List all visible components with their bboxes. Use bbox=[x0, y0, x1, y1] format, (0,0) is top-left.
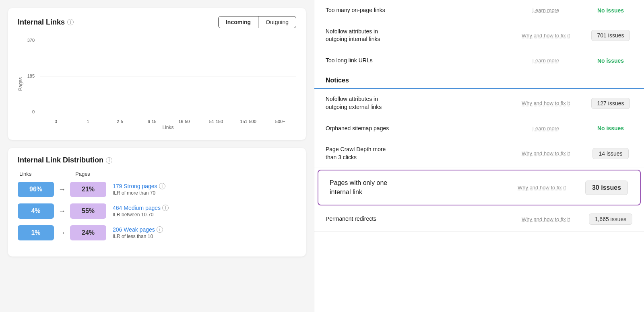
notices-title: Notices bbox=[326, 77, 349, 84]
count-badge-nofollow-internal: 701 issues bbox=[591, 30, 630, 41]
arrow-icon-1: → bbox=[54, 185, 70, 194]
no-issues-badge-3: No issues bbox=[597, 125, 624, 131]
dist-col-pages-header: Pages bbox=[75, 171, 116, 177]
issue-nofollow-external: Nofollow attributes inoutgoing external … bbox=[314, 89, 644, 118]
issue-badge-orphaned-sitemap: No issues bbox=[588, 125, 633, 131]
y-tick-0: 0 bbox=[32, 109, 35, 114]
issue-link-orphaned-sitemap[interactable]: Learn more bbox=[510, 125, 582, 131]
issue-badge-nofollow-internal: 701 issues bbox=[588, 30, 633, 41]
weak-pages-link[interactable]: 206 Weak pages i bbox=[113, 226, 163, 233]
x-label-6-15: 6-15 bbox=[138, 119, 167, 124]
issue-name-long-urls: Too long link URLs bbox=[326, 57, 503, 65]
arrow-icon-2: → bbox=[54, 207, 70, 216]
weak-info-icon[interactable]: i bbox=[157, 226, 163, 233]
issue-permanent-redirects: Permanent redirects Why and how to fix i… bbox=[314, 207, 644, 232]
strong-pages-pct: 21% bbox=[70, 182, 106, 197]
incoming-toggle[interactable]: Incoming bbox=[219, 16, 258, 28]
issue-nofollow-internal: Nofollow attributes inoutgoing internal … bbox=[314, 21, 644, 50]
issue-link-permanent-redirects[interactable]: Why and how to fix it bbox=[510, 216, 582, 222]
dist-info-icon[interactable]: i bbox=[106, 157, 112, 164]
dist-col-links-header: Links bbox=[19, 171, 58, 177]
issue-one-internal-link: Pages with only oneinternal link Why and… bbox=[318, 170, 640, 205]
info-icon[interactable]: i bbox=[67, 19, 74, 25]
x-label-1: 1 bbox=[74, 119, 103, 124]
issue-badge-crawl-depth: 14 issues bbox=[588, 148, 633, 159]
no-issues-badge-2: No issues bbox=[597, 57, 624, 64]
highlighted-row-wrapper: Pages with only oneinternal link Why and… bbox=[318, 170, 641, 205]
issue-orphaned-sitemap: Orphaned sitemap pages Learn more No iss… bbox=[314, 118, 644, 140]
strong-links-pct: 96% bbox=[18, 182, 54, 197]
count-badge-one-internal-link: 30 issues bbox=[585, 181, 628, 195]
dist-row-strong: 96% → 21% 179 Strong pages i ILR of more… bbox=[18, 182, 296, 197]
internal-links-title: Internal Links bbox=[18, 18, 65, 27]
weak-links-pct: 1% bbox=[18, 225, 54, 240]
weak-pages-title: 206 Weak pages bbox=[113, 226, 155, 233]
issue-badge-permanent-redirects: 1,665 issues bbox=[588, 213, 633, 225]
x-label-51-150: 51-150 bbox=[202, 119, 231, 124]
issue-too-many-links: Too many on-page links Learn more No iss… bbox=[314, 0, 644, 21]
toggle-group: Incoming Outgoing bbox=[218, 16, 296, 28]
x-label-2-5: 2-5 bbox=[105, 119, 134, 124]
notices-header: Notices bbox=[314, 71, 644, 89]
distribution-card: Internal Link Distribution i Links Pages… bbox=[8, 148, 306, 257]
issue-name-too-many-links: Too many on-page links bbox=[326, 6, 503, 14]
dist-card-title: Internal Link Distribution i bbox=[18, 156, 112, 164]
issue-link-too-many-links[interactable]: Learn more bbox=[510, 7, 582, 13]
strong-info-icon[interactable]: i bbox=[159, 183, 165, 189]
medium-pages-sub: ILR between 10-70 bbox=[113, 212, 169, 218]
count-badge-nofollow-external: 127 issues bbox=[591, 98, 630, 109]
medium-links-pct: 4% bbox=[18, 203, 54, 219]
issue-name-permanent-redirects: Permanent redirects bbox=[326, 215, 503, 223]
issue-badge-too-many-links: No issues bbox=[588, 7, 633, 14]
x-label-0: 0 bbox=[41, 119, 70, 124]
dist-row-weak: 1% → 24% 206 Weak pages i ILR of less th… bbox=[18, 225, 296, 240]
issue-link-one-internal-link[interactable]: Why and how to fix it bbox=[506, 185, 578, 191]
x-label-500-plus: 500+ bbox=[266, 119, 295, 124]
y-tick-185: 185 bbox=[27, 74, 35, 78]
count-badge-permanent-redirects: 1,665 issues bbox=[589, 213, 633, 225]
issue-link-nofollow-external[interactable]: Why and how to fix it bbox=[510, 100, 582, 106]
strong-pages-sub: ILR of more than 70 bbox=[113, 190, 165, 196]
issue-badge-long-urls: No issues bbox=[588, 57, 633, 64]
weak-pages-pct: 24% bbox=[70, 225, 106, 240]
card-title: Internal Links i bbox=[18, 18, 74, 27]
count-badge-crawl-depth: 14 issues bbox=[592, 148, 628, 159]
dist-card-header: Internal Link Distribution i bbox=[18, 156, 296, 164]
right-panel: Too many on-page links Learn more No iss… bbox=[314, 0, 644, 312]
issue-link-nofollow-internal[interactable]: Why and how to fix it bbox=[510, 33, 582, 39]
no-issues-badge-1: No issues bbox=[597, 7, 624, 14]
chart-area: Pages 370 185 0 bbox=[18, 35, 296, 130]
issue-name-one-internal-link: Pages with only oneinternal link bbox=[330, 179, 499, 197]
x-label-151-500: 151-500 bbox=[234, 119, 263, 124]
medium-pages-pct: 55% bbox=[70, 203, 106, 219]
medium-pages-title: 464 Medium pages bbox=[113, 205, 161, 211]
dist-title: Internal Link Distribution bbox=[18, 156, 103, 164]
internal-links-card: Internal Links i Incoming Outgoing Pages… bbox=[8, 8, 306, 140]
issue-name-crawl-depth: Page Crawl Depth morethan 3 clicks bbox=[326, 146, 503, 161]
strong-pages-title: 179 Strong pages bbox=[113, 183, 157, 189]
medium-pages-link[interactable]: 464 Medium pages i bbox=[113, 205, 169, 211]
x-label-16-50: 16-50 bbox=[170, 119, 199, 124]
arrow-icon-3: → bbox=[54, 229, 70, 237]
outgoing-toggle[interactable]: Outgoing bbox=[258, 16, 296, 28]
strong-pages-link[interactable]: 179 Strong pages i bbox=[113, 183, 165, 189]
weak-pages-sub: ILR of less than 10 bbox=[113, 234, 163, 239]
issue-link-long-urls[interactable]: Learn more bbox=[510, 57, 582, 64]
medium-info-icon[interactable]: i bbox=[162, 205, 169, 211]
card-header: Internal Links i Incoming Outgoing bbox=[18, 16, 296, 28]
left-panel: Internal Links i Incoming Outgoing Pages… bbox=[0, 0, 314, 312]
y-tick-370: 370 bbox=[27, 38, 35, 43]
issue-badge-nofollow-external: 127 issues bbox=[588, 98, 633, 109]
issue-badge-one-internal-link: 30 issues bbox=[584, 181, 629, 195]
dist-row-medium: 4% → 55% 464 Medium pages i ILR between … bbox=[18, 203, 296, 219]
issue-name-orphaned-sitemap: Orphaned sitemap pages bbox=[326, 125, 503, 133]
x-axis-title: Links bbox=[40, 125, 296, 130]
issue-link-crawl-depth[interactable]: Why and how to fix it bbox=[510, 150, 582, 156]
issue-crawl-depth: Page Crawl Depth morethan 3 clicks Why a… bbox=[314, 139, 644, 168]
issue-name-nofollow-internal: Nofollow attributes inoutgoing internal … bbox=[326, 28, 503, 43]
issue-long-urls: Too long link URLs Learn more No issues bbox=[314, 50, 644, 72]
issue-name-nofollow-external: Nofollow attributes inoutgoing external … bbox=[326, 95, 503, 111]
